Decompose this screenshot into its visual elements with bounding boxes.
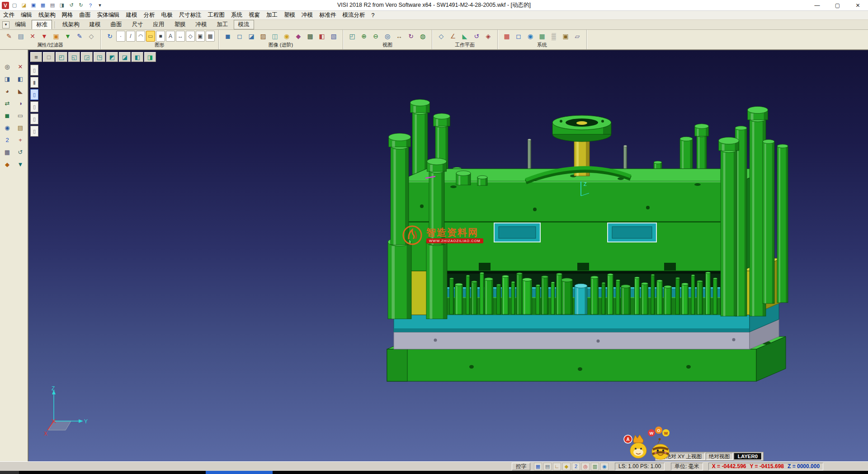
zoom-in-icon[interactable]: ⊕ [359, 31, 369, 42]
minimize-button[interactable]: — [807, 0, 827, 10]
tab-5[interactable]: 曲面 [106, 20, 127, 29]
globe-icon[interactable]: ◉ [525, 31, 536, 42]
menu-item-3[interactable]: 网格 [59, 11, 76, 19]
view-right-icon[interactable]: ◲ [81, 52, 93, 62]
move-icon[interactable]: ⇄ [1, 97, 14, 109]
view-iso-icon[interactable]: ◪ [119, 52, 131, 62]
maximize-button[interactable]: ▢ [827, 0, 848, 10]
close-button[interactable]: ✕ [848, 0, 868, 10]
menu-item-13[interactable]: 加工 [263, 11, 281, 19]
menu-item-18[interactable]: ? [368, 11, 378, 19]
solid-paint-icon[interactable]: ◼ [1, 109, 14, 121]
layer-indicator[interactable]: LAYER0 [734, 453, 762, 460]
view-top-icon[interactable]: ◰ [56, 52, 67, 62]
notes-icon[interactable]: ▤ [14, 122, 27, 133]
menu-item-10[interactable]: 工程图 [205, 11, 228, 19]
menu-item-6[interactable]: 建模 [123, 11, 141, 19]
extend-icon[interactable]: ◧ [14, 73, 27, 85]
absolute-view-indicator[interactable]: 绝对视图 [706, 453, 733, 460]
view-menu-icon[interactable]: ≡ [30, 52, 42, 62]
menu-item-8[interactable]: 电极 [158, 11, 176, 19]
attribute-paint-icon[interactable]: ✎ [4, 31, 14, 42]
material-icon[interactable]: ◆ [293, 31, 304, 42]
view-iso2-icon[interactable]: ◧ [132, 52, 143, 62]
info-icon[interactable]: ◉ [1, 122, 14, 133]
pan-icon[interactable]: ↔ [394, 31, 405, 42]
help-2-icon[interactable]: 2 [572, 463, 580, 470]
filter-dims-icon[interactable]: ↔ [176, 31, 185, 42]
menu-item-7[interactable]: 分析 [141, 11, 158, 19]
wireframe-mode-icon[interactable]: ◻ [234, 31, 245, 42]
edit-delete-icon[interactable]: ✕ [14, 61, 27, 72]
tab-11[interactable]: 模流 [234, 20, 254, 29]
taskbar-active-app[interactable] [206, 471, 273, 474]
history-icon[interactable]: ↺ [14, 146, 27, 158]
tab-8[interactable]: 塑膜 [170, 20, 190, 29]
attribute-copy-icon[interactable]: ▤ [15, 31, 26, 42]
tab-0[interactable]: 编辑 [10, 20, 31, 29]
workplane-set-icon[interactable]: ∠ [448, 31, 458, 42]
menu-item-0[interactable]: 文件 [0, 11, 18, 19]
texture-icon[interactable]: ▨ [258, 31, 269, 42]
tab-4[interactable]: 建模 [85, 20, 105, 29]
filter-cut-icon[interactable]: ✕ [27, 31, 38, 42]
section-icon[interactable]: ◧ [316, 31, 327, 42]
menu-item-15[interactable]: 冲模 [298, 11, 316, 19]
shaded-mode-icon[interactable]: ◼ [222, 31, 233, 42]
snap-grid-icon[interactable]: ▒ [548, 31, 559, 42]
transparency-icon[interactable]: ◫ [269, 31, 280, 42]
filter-text-icon[interactable]: A [166, 31, 175, 42]
ruler-icon[interactable]: ▱ [572, 31, 583, 42]
table-icon[interactable]: ▦ [537, 31, 547, 42]
redo-icon[interactable]: ↻ [77, 1, 85, 9]
filter-solids-icon[interactable]: ■ [156, 31, 165, 42]
undo-icon[interactable]: ↺ [67, 1, 75, 9]
workplane-reset-icon[interactable]: ◈ [483, 31, 494, 42]
shade-display-icon[interactable]: ▮ [30, 77, 38, 88]
snap-icon[interactable]: ▦ [1, 146, 14, 158]
save-all-icon[interactable]: ▦ [39, 1, 47, 9]
solid-display-icon[interactable]: ▯ [30, 89, 38, 100]
menu-item-5[interactable]: 实体编辑 [94, 11, 123, 19]
clip-display-icon[interactable]: ▯ [30, 126, 38, 137]
workplane-xy-icon[interactable]: ◇ [436, 31, 447, 42]
menu-item-2[interactable]: 线架构 [35, 11, 59, 19]
zoom-window-icon[interactable]: ◰ [347, 31, 358, 42]
units-indicator[interactable]: 单位: 毫米 [671, 463, 703, 470]
customize-toolbar-icon[interactable]: ▾ [96, 1, 104, 9]
filter-all-icon[interactable]: ▦ [206, 31, 215, 42]
calculator-icon[interactable]: ▣ [560, 31, 571, 42]
background-icon[interactable]: ▧ [328, 31, 339, 42]
menu-item-1[interactable]: 编辑 [18, 11, 35, 19]
hidden-line-icon[interactable]: ◪ [246, 31, 257, 42]
tab-1[interactable]: 标准 [32, 20, 52, 29]
zoom-fit-icon[interactable]: ◎ [382, 31, 393, 42]
save-file-icon[interactable]: ▣ [29, 1, 38, 9]
view-front-icon[interactable]: ◱ [68, 52, 80, 62]
menu-item-4[interactable]: 曲面 [76, 11, 94, 19]
redraw-icon[interactable]: ↻ [104, 31, 115, 42]
axis-icon[interactable]: + [14, 134, 27, 146]
filter-funnel-green-icon[interactable]: ▼ [62, 31, 73, 42]
trim-icon[interactable]: ◨ [1, 73, 14, 85]
menu-item-9[interactable]: 尺寸标注 [176, 11, 205, 19]
3d-viewport[interactable]: Z ≡□◰◱◲◳◩◪◧◨ ▯▮▯▯▯▯ Z Y X [28, 50, 868, 461]
layers-icon[interactable]: ▥ [591, 463, 599, 470]
filter-points-icon[interactable]: · [116, 31, 125, 42]
screen-settings-icon[interactable]: ◻ [513, 31, 524, 42]
ghost-display-icon[interactable]: ▯ [30, 101, 38, 112]
lock-text-button[interactable]: 控字 [512, 463, 530, 470]
filter-arcs-icon[interactable]: ◠ [136, 31, 145, 42]
color-palette-icon[interactable]: ▦ [501, 31, 512, 42]
plot-icon[interactable]: ◨ [58, 1, 66, 9]
mirror-icon[interactable]: ◑ [14, 97, 27, 109]
fillet-icon[interactable]: ◕ [1, 85, 14, 97]
help-icon[interactable]: ? [86, 1, 94, 9]
print-icon[interactable]: ▤ [48, 1, 57, 9]
chamfer-icon[interactable]: ◣ [14, 85, 27, 97]
taskbar-sliver[interactable] [0, 471, 868, 474]
view-shaded-icon[interactable]: □ [43, 52, 55, 62]
view-iso3-icon[interactable]: ◨ [144, 52, 156, 62]
menu-item-17[interactable]: 模流分析 [340, 11, 368, 19]
workplane-align-icon[interactable]: ◣ [459, 31, 470, 42]
